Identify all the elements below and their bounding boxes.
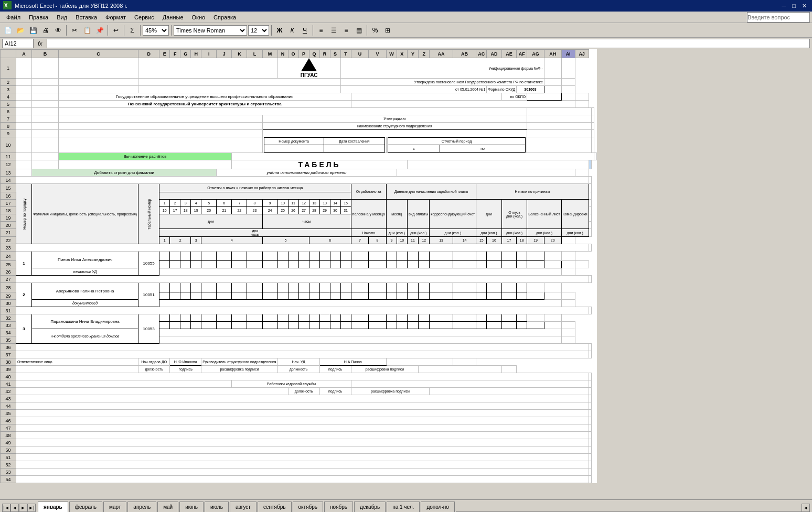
cell-A11[interactable] (16, 153, 32, 160)
cell-A2[interactable] (16, 79, 32, 86)
cell-A1[interactable] (16, 58, 32, 79)
col-header-AG[interactable]: AG (527, 50, 544, 58)
cell-C6[interactable] (58, 108, 527, 115)
cell-K11[interactable] (232, 153, 594, 160)
cell-AI23[interactable] (589, 244, 591, 252)
tab-february[interactable]: февраль (69, 502, 102, 512)
col-header-Y[interactable]: Y (407, 50, 418, 58)
col-header-D[interactable]: D (138, 50, 159, 58)
cell-AI12[interactable] (589, 160, 591, 169)
maximize-btn[interactable]: □ (790, 3, 798, 9)
print-btn[interactable]: 🖨 (40, 25, 51, 36)
tab-may[interactable]: май (157, 502, 178, 512)
cell-AI17[interactable] (589, 200, 591, 207)
cell-AE8[interactable] (527, 123, 591, 130)
cell-AI41[interactable] (589, 380, 591, 388)
cell-AI5[interactable] (575, 101, 589, 108)
tab-next-btn[interactable]: ► (19, 504, 27, 512)
col-header-K[interactable]: K (232, 50, 247, 58)
col-header-AE[interactable]: AE (501, 50, 516, 58)
cell-reference[interactable] (2, 39, 34, 48)
tab-september[interactable]: сентябрь (258, 502, 292, 512)
col-header-P[interactable]: P (298, 50, 309, 58)
new-btn[interactable]: 📄 (2, 25, 14, 36)
paste-btn[interactable]: 📌 (94, 25, 105, 36)
italic-btn[interactable]: К (286, 25, 298, 36)
col-header-N[interactable]: N (277, 50, 288, 58)
cell-B5[interactable] (32, 101, 59, 108)
cell-AI22[interactable] (561, 237, 575, 244)
borders-btn[interactable]: ⊞ (382, 25, 393, 36)
tab-additional[interactable]: допол-но (421, 502, 454, 512)
cell-A7[interactable] (16, 115, 32, 123)
cell-AE7[interactable] (527, 115, 591, 123)
copy-btn[interactable]: 📋 (81, 25, 93, 36)
cell-AJ9[interactable] (591, 130, 594, 137)
col-header-AB[interactable]: AB (453, 50, 476, 58)
col-header-AI[interactable]: AI (561, 50, 575, 58)
cell-AI39[interactable] (501, 366, 516, 373)
menu-insert[interactable]: Вставка (71, 13, 101, 21)
col-header-O[interactable]: O (288, 50, 298, 58)
tab-last-btn[interactable]: ►| (27, 504, 36, 512)
cell-AI40[interactable] (589, 373, 591, 380)
menu-view[interactable]: Вид (52, 13, 71, 21)
col-header-V[interactable]: V (369, 50, 387, 58)
preview-btn[interactable]: 👁 (52, 25, 64, 36)
tab-first-btn[interactable]: |◄ (2, 504, 10, 512)
col-header-B[interactable]: B (32, 50, 59, 58)
cell-AI35[interactable] (561, 336, 575, 344)
col-header-S[interactable]: S (330, 50, 340, 58)
cell-AI11[interactable] (594, 153, 596, 160)
tab-march[interactable]: март (103, 502, 126, 512)
tab-per-person[interactable]: на 1 чел. (387, 502, 420, 512)
cell-AI4[interactable] (575, 93, 589, 101)
cell-AE6[interactable] (527, 108, 591, 115)
cell-AH3[interactable] (544, 86, 561, 93)
col-header-F[interactable]: F (170, 50, 180, 58)
cell-C2[interactable] (58, 79, 138, 86)
cell-AI30[interactable] (561, 300, 575, 307)
col-header-Z[interactable]: Z (419, 50, 430, 58)
col-header-E[interactable]: E (159, 50, 170, 58)
cell-A14[interactable] (16, 177, 589, 184)
col-header-C[interactable]: C (58, 50, 138, 58)
cell-A4[interactable] (16, 93, 32, 101)
merge-btn[interactable]: ▤ (353, 25, 365, 36)
cell-B6[interactable] (32, 108, 59, 115)
cell-AE9[interactable] (527, 130, 591, 137)
col-header-U[interactable]: U (351, 50, 369, 58)
col-header-H[interactable]: H (191, 50, 201, 58)
add-row-btn[interactable]: Добавить строки для фамилии (32, 169, 217, 177)
menu-format[interactable]: Формат (101, 13, 130, 21)
tab-august[interactable]: август (230, 502, 257, 512)
cell-B3[interactable] (32, 86, 59, 93)
col-header-I[interactable]: I (201, 50, 217, 58)
cell-AI33[interactable] (561, 322, 575, 329)
menu-window[interactable]: Окно (188, 13, 210, 21)
cell-AI36[interactable] (589, 344, 591, 351)
align-right-btn[interactable]: ≡ (340, 25, 352, 36)
undo-btn[interactable]: ↩ (110, 25, 122, 36)
col-header-T[interactable]: T (340, 50, 351, 58)
tab-april[interactable]: апрель (127, 502, 156, 512)
sum-btn[interactable]: Σ (126, 25, 138, 36)
cell-AI25[interactable] (575, 261, 589, 268)
col-header-M[interactable]: M (262, 50, 277, 58)
col-header-R[interactable]: R (319, 50, 330, 58)
percent-btn[interactable]: % (369, 25, 381, 36)
cell-AJ10[interactable] (591, 137, 594, 153)
cell-AI24[interactable] (561, 252, 575, 261)
col-header-W[interactable]: W (386, 50, 397, 58)
tab-october[interactable]: октябрь (293, 502, 324, 512)
col-header-X[interactable]: X (397, 50, 407, 58)
cell-A10[interactable] (16, 137, 32, 153)
col-header-AD[interactable]: AD (487, 50, 501, 58)
cell-AI20[interactable] (589, 222, 591, 229)
cell-AI14[interactable] (589, 177, 591, 184)
cell-B7[interactable] (32, 115, 59, 123)
col-header-AA[interactable]: AA (430, 50, 453, 58)
cell-A6[interactable] (16, 108, 32, 115)
zoom-select[interactable]: 45%75%100% (143, 25, 169, 36)
font-size-select[interactable]: 121014 (248, 25, 269, 36)
